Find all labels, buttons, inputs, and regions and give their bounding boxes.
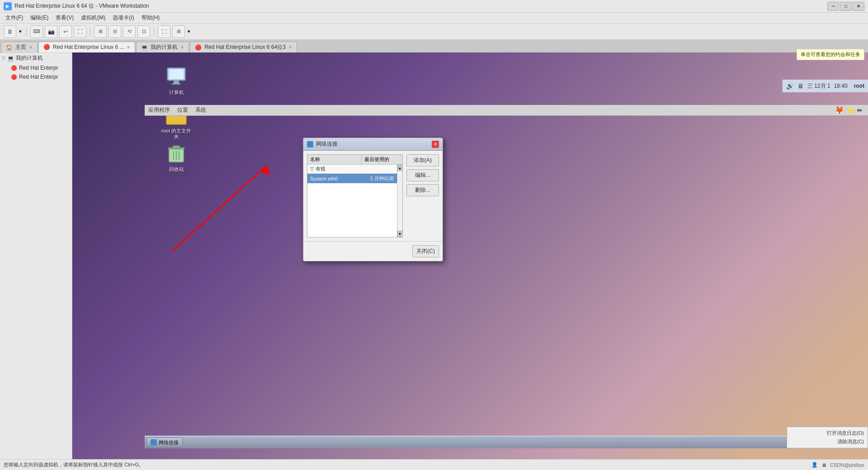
col-name-header: 名称 [307, 155, 362, 164]
scrollbar-up-btn[interactable]: ▲ [397, 165, 403, 171]
tooltip-text: 单击可查看您的约会和任务 [801, 52, 860, 57]
dialog-title-icon [307, 141, 313, 147]
menu-tabs[interactable]: 选项卡(I) [109, 13, 137, 23]
tab-mycomputer[interactable]: 💻 我的计算机 ✕ [136, 42, 189, 52]
notification-popup: 打开消息日志(O) 清除消息(C) [787, 427, 868, 448]
pause-button[interactable]: ⏸ [4, 25, 16, 38]
list-row-eth0[interactable]: System eth0 1 分钟以前 [307, 174, 397, 183]
guest-menu-places[interactable]: 位置 [175, 105, 190, 115]
computer-icon-svg [165, 66, 187, 88]
toolbar-btn-8[interactable]: ⊡ [137, 25, 150, 38]
vm-desktop[interactable]: 应用程序 位置 系统 🦊 ⭐ ✏ 计算机 r [72, 52, 868, 459]
svg-rect-2 [174, 81, 179, 83]
menu-view[interactable]: 查看(V) [52, 13, 77, 23]
vm-icon-1: 🔴 [11, 65, 17, 71]
taskbar-item-network[interactable]: 网络连接 [146, 437, 183, 447]
dialog-buttons: 添加(A) 编辑... 删除... [406, 154, 439, 237]
minimize-button[interactable]: ─ [827, 2, 839, 11]
taskbar-network-label: 网络连接 [159, 439, 179, 446]
dialog-list-header: 名称 最后使用的 [307, 155, 402, 165]
statusbar-message: 您将输入定向到该虚拟机，请将鼠标指针移入其中或按 Ctrl+G。 [4, 461, 144, 468]
menu-help[interactable]: 帮助(H) [138, 13, 164, 23]
statusbar-user-icon: 👤 [811, 462, 818, 468]
add-connection-button[interactable]: 添加(A) [406, 154, 439, 166]
revert-button[interactable]: ↩ [59, 25, 72, 38]
list-section-wired: ▽ 有线 [307, 165, 397, 174]
vm-clock-area: 🔊 🖥 三 12月 1 18:40 root [782, 80, 868, 92]
menu-edit[interactable]: 编辑(E) [27, 13, 52, 23]
row-time-eth0: 1 分钟以前 [358, 175, 394, 182]
sidebar-redhat2-label: Red Hat Enterpr [19, 74, 58, 80]
sidebar: ▽ 💻 我的计算机 🔴 Red Hat Enterpr 🔴 Red Hat En… [0, 40, 72, 459]
menubar: 文件(F) 编辑(E) 查看(V) 虚拟机(M) 选项卡(I) 帮助(H) [0, 13, 868, 24]
mycomputer-tab-label: 我的计算机 [151, 43, 178, 51]
sidebar-mycomputer-label: 我的计算机 [16, 54, 43, 62]
pause-dropdown[interactable]: ▾ [18, 28, 23, 35]
clock-time: 18:40 [834, 83, 848, 89]
dialog-scrollbar[interactable]: ▲ ▼ [397, 165, 402, 237]
guest-taskbar: 网络连接 [145, 436, 868, 448]
dialog-title-area: 网络连接 [307, 140, 338, 148]
redhat3-tab-icon: 🔴 [195, 44, 202, 51]
scrollbar-down-btn[interactable]: ▼ [397, 231, 403, 237]
redhat3-tab-close[interactable]: ✕ [288, 45, 292, 50]
calendar-tooltip: 单击可查看您的约会和任务 [797, 49, 864, 60]
guest-menubar: 应用程序 位置 系统 🦊 ⭐ ✏ [145, 105, 868, 116]
toolbar-btn-10[interactable]: ⊞ [172, 25, 185, 38]
fullscreen-button[interactable]: ⛶ [74, 25, 86, 38]
guest-menu-system[interactable]: 系统 [193, 105, 208, 115]
toolbar-separator-3 [154, 27, 154, 36]
tab-redhat1[interactable]: 🔴 Red Hat Enterprise Linux 6 ... ✕ [38, 42, 135, 52]
dialog-title-text: 网络连接 [316, 140, 338, 148]
tab-home[interactable]: 🏠 主页 ✕ [1, 42, 38, 52]
redhat3-tab-label: Red Hat Enterprise Linux 6 64位3 [204, 43, 285, 51]
volume-icon: 🔊 [786, 82, 794, 90]
menu-file[interactable]: 文件(F) [2, 13, 27, 23]
trash-icon-image [165, 143, 187, 165]
expand-icon: ▽ [2, 56, 5, 61]
col-time-header: 最后使用的 [362, 155, 402, 164]
package-tray-icon: ⭐ [847, 107, 854, 114]
sidebar-redhat1-label: Red Hat Enterpr [19, 65, 58, 71]
firefox-tray-icon: 🦊 [835, 106, 844, 114]
send-ctrl-alt-del-button[interactable]: ⌨ [30, 25, 43, 38]
toolbar-btn-6[interactable]: ⊟ [108, 25, 121, 38]
delete-connection-button[interactable]: 删除... [406, 184, 439, 196]
mycomputer-tab-close[interactable]: ✕ [180, 45, 184, 50]
toolbar-btn-9[interactable]: ⛶ [158, 25, 170, 38]
guest-menu-apps[interactable]: 应用程序 [146, 105, 172, 115]
close-button[interactable]: ✕ [853, 2, 864, 11]
folder-icon-label: root 的主文件夹 [160, 128, 192, 140]
notification-item-clear[interactable]: 清除消息(C) [791, 437, 864, 446]
notif-clear-label: 清除消息(C) [837, 438, 864, 445]
username: root [854, 83, 864, 89]
statusbar-extra: CSDN@phillips [830, 462, 864, 468]
tab-redhat3[interactable]: 🔴 Red Hat Enterprise Linux 6 64位3 ✕ [190, 42, 297, 52]
sidebar-item-mycomputer[interactable]: ▽ 💻 我的计算机 [0, 53, 72, 63]
snapshot-button[interactable]: 📷 [45, 25, 57, 38]
close-dialog-button[interactable]: 关闭(C) [412, 245, 439, 257]
toolbar-btn-7[interactable]: ⟲ [123, 25, 136, 38]
dialog-close-x[interactable]: ✕ [432, 141, 439, 148]
toolbar-btn-10-dropdown[interactable]: ▾ [187, 28, 191, 35]
network-dialog: 网络连接 ✕ 名称 最后使用的 ▽ 有线 System eth [303, 138, 443, 261]
edit-connection-button[interactable]: 编辑... [406, 169, 439, 181]
desktop-icon-trash[interactable]: 回收站 [160, 143, 192, 172]
menu-vm[interactable]: 虚拟机(M) [77, 13, 109, 23]
redhat1-tab-icon: 🔴 [43, 44, 50, 50]
desktop-icon-computer[interactable]: 计算机 [160, 66, 192, 95]
trash-icon-label: 回收站 [160, 166, 192, 172]
scrollbar-track [397, 171, 403, 231]
redhat1-tab-label: Red Hat Enterprise Linux 6 ... [53, 44, 124, 50]
notification-item-log[interactable]: 打开消息日志(O) [791, 429, 864, 437]
toolbar-btn-5[interactable]: ⊞ [94, 25, 107, 38]
section-wired-label: 有线 [316, 166, 326, 172]
redhat1-tab-close[interactable]: ✕ [127, 45, 130, 50]
maximize-button[interactable]: □ [840, 2, 852, 11]
sidebar-item-redhat1[interactable]: 🔴 Red Hat Enterpr [0, 63, 72, 72]
home-tab-close[interactable]: ✕ [29, 45, 33, 50]
sidebar-item-redhat2[interactable]: 🔴 Red Hat Enterpr [0, 72, 72, 81]
statusbar-right: 👤 🖥 CSDN@phillips [811, 462, 864, 468]
notif-log-label: 打开消息日志(O) [827, 430, 864, 437]
svg-marker-14 [260, 166, 270, 176]
